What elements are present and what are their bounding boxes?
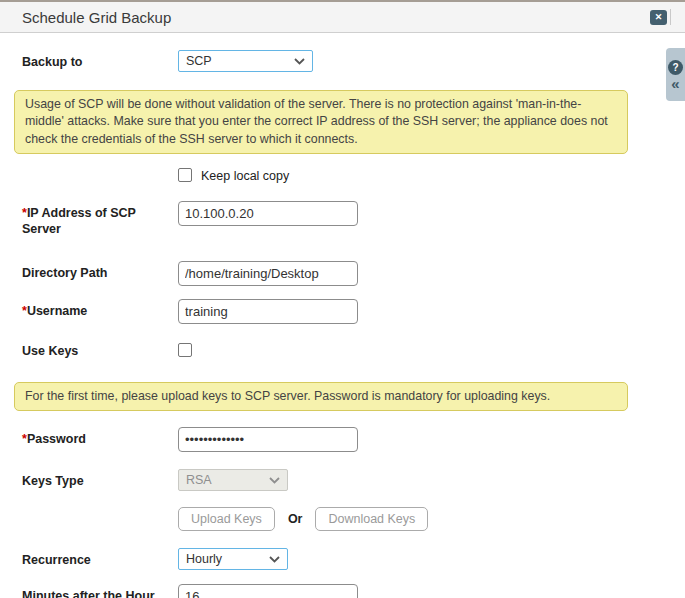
help-side-panel: ? « (666, 48, 685, 101)
upload-keys-button[interactable]: Upload Keys (178, 507, 275, 531)
directory-path-label: Directory Path (22, 261, 178, 282)
ip-address-row: *IP Address of SCP Server (0, 201, 685, 237)
dialog-titlebar: Schedule Grid Backup ✕ (0, 2, 685, 33)
recurrence-label: Recurrence (22, 548, 178, 569)
keys-upload-notice: For the first time, please upload keys t… (14, 382, 628, 411)
keep-local-copy-row: Keep local copy (0, 168, 685, 183)
username-row: *Username (0, 299, 685, 324)
username-label: *Username (22, 299, 178, 320)
or-label: Or (288, 512, 303, 526)
keys-buttons-row: Upload Keys Or Download Keys (0, 507, 685, 531)
recurrence-select[interactable]: Hourly (178, 548, 288, 570)
keys-type-select: RSA (178, 469, 288, 491)
keys-type-row: Keys Type RSA (0, 469, 685, 491)
download-keys-button[interactable]: Download Keys (315, 507, 428, 531)
scp-warning-notice: Usage of SCP will be done without valida… (14, 90, 628, 154)
minutes-after-hour-input[interactable] (178, 584, 358, 598)
password-input[interactable] (178, 427, 358, 452)
backup-to-select[interactable]: SCP (178, 50, 313, 72)
password-row: *Password (0, 427, 685, 452)
backup-to-value: SCP (186, 54, 212, 68)
backup-to-row: Backup to SCP (0, 50, 685, 72)
minutes-after-hour-row: Minutes after the Hour (0, 584, 685, 598)
collapse-panel-icon[interactable]: « (671, 78, 679, 90)
password-label: *Password (22, 427, 178, 448)
dialog-title: Schedule Grid Backup (22, 9, 650, 26)
ip-address-label: *IP Address of SCP Server (22, 201, 178, 237)
username-input[interactable] (178, 299, 358, 324)
ip-address-input[interactable] (178, 201, 358, 226)
form-content: Backup to SCP Usage of SCP will be done … (0, 50, 685, 598)
titlebar-divider (670, 9, 671, 25)
keys-type-label: Keys Type (22, 469, 178, 490)
minutes-after-hour-label: Minutes after the Hour (22, 584, 178, 598)
spacer (22, 168, 178, 173)
directory-path-input[interactable] (178, 261, 358, 286)
spacer (22, 507, 178, 512)
directory-path-row: Directory Path (0, 261, 685, 286)
backup-to-label: Backup to (22, 50, 178, 71)
recurrence-value: Hourly (186, 552, 222, 566)
use-keys-row: Use Keys (0, 339, 685, 360)
close-icon[interactable]: ✕ (650, 10, 667, 25)
help-icon[interactable]: ? (668, 60, 683, 75)
chevron-down-icon (294, 58, 305, 65)
chevron-down-icon (269, 477, 280, 484)
use-keys-label: Use Keys (22, 339, 178, 360)
keys-type-value: RSA (186, 473, 212, 487)
chevron-down-icon (269, 556, 280, 563)
use-keys-checkbox[interactable] (178, 343, 192, 357)
recurrence-row: Recurrence Hourly (0, 548, 685, 570)
schedule-grid-backup-dialog: Schedule Grid Backup ✕ ? « Backup to SCP… (0, 0, 685, 598)
keep-local-copy-checkbox[interactable] (178, 168, 192, 182)
keep-local-copy-label: Keep local copy (201, 168, 289, 183)
